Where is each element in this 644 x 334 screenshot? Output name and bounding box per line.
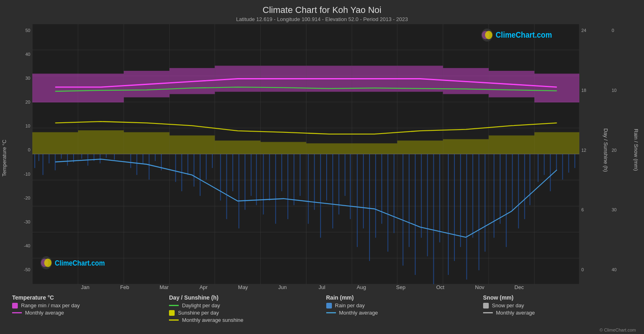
x-label-sep: Sep xyxy=(381,284,421,290)
svg-rect-101 xyxy=(524,154,525,219)
svg-rect-80 xyxy=(387,154,388,252)
svg-rect-114 xyxy=(215,140,260,154)
legend-temp-range: Range min / max per day xyxy=(12,302,161,308)
chart-header: Climate Chart for Koh Yao Noi Latitude 1… xyxy=(0,0,644,24)
svg-rect-105 xyxy=(550,154,551,191)
svg-rect-26 xyxy=(34,154,35,168)
svg-point-141 xyxy=(485,31,492,39)
svg-rect-48 xyxy=(188,154,188,175)
svg-rect-70 xyxy=(326,154,327,201)
svg-rect-103 xyxy=(538,154,538,182)
svg-rect-92 xyxy=(466,154,467,280)
svg-rect-69 xyxy=(320,154,321,238)
svg-rect-113 xyxy=(169,136,215,154)
rain-bar-swatch xyxy=(326,303,332,308)
daylight-label: Daylight per day xyxy=(182,302,220,308)
svg-rect-93 xyxy=(472,154,473,238)
svg-rect-85 xyxy=(421,154,422,238)
svg-rect-31 xyxy=(61,154,62,159)
sunshine-avg-label: Monthly average sunshine xyxy=(182,317,243,323)
svg-rect-98 xyxy=(506,154,507,247)
svg-rect-106 xyxy=(556,154,557,170)
legend-sunshine: Day / Sunshine (h) Daylight per day Suns… xyxy=(169,294,318,324)
svg-rect-44 xyxy=(155,154,156,161)
chart-canvas: ClimeChart.com ClimeChart.com xyxy=(32,24,579,284)
svg-rect-54 xyxy=(226,154,227,219)
svg-rect-109 xyxy=(574,154,575,168)
svg-rect-73 xyxy=(344,154,345,196)
svg-rect-112 xyxy=(124,132,169,154)
rain-avg-label: Monthly average xyxy=(339,310,378,316)
svg-rect-115 xyxy=(260,142,306,154)
snow-avg-swatch xyxy=(483,312,493,313)
svg-rect-66 xyxy=(300,154,300,196)
legend: Temperature °C Range min / max per day M… xyxy=(0,290,644,327)
x-label-feb: Feb xyxy=(105,284,145,290)
svg-rect-38 xyxy=(106,154,107,158)
svg-rect-27 xyxy=(38,154,39,161)
svg-rect-120 xyxy=(489,136,534,154)
x-label-mar: Mar xyxy=(144,284,184,290)
y-axis-right2: 0 10 20 30 40 xyxy=(610,24,632,284)
legend-sunshine-avg: Monthly average sunshine xyxy=(169,317,318,323)
legend-temp-title: Temperature °C xyxy=(12,294,161,301)
svg-rect-62 xyxy=(275,154,276,224)
x-label-dec: Dec xyxy=(499,284,539,290)
legend-rain-title: Rain (mm) xyxy=(326,294,475,301)
svg-rect-90 xyxy=(454,154,455,261)
svg-rect-61 xyxy=(269,154,270,201)
svg-rect-107 xyxy=(562,154,563,180)
legend-snow-avg: Monthly average xyxy=(483,310,632,316)
y-axis-left-label: Temperature °C xyxy=(0,24,8,284)
snow-bar-label: Snow per day xyxy=(492,302,524,308)
svg-rect-111 xyxy=(78,130,124,154)
svg-rect-76 xyxy=(363,154,364,229)
chart-title: Climate Chart for Koh Yao Noi xyxy=(0,5,644,15)
svg-rect-95 xyxy=(485,154,486,252)
x-label-apr: Apr xyxy=(184,284,224,290)
x-label-oct: Oct xyxy=(420,284,460,290)
svg-rect-104 xyxy=(544,154,545,175)
legend-snow-title: Snow (mm) xyxy=(483,294,632,301)
page: Climate Chart for Koh Yao Noi Latitude 1… xyxy=(0,0,644,334)
svg-rect-89 xyxy=(448,154,449,275)
legend-temp: Temperature °C Range min / max per day M… xyxy=(12,294,161,324)
legend-snow-bar: Snow per day xyxy=(483,302,632,308)
temp-avg-label: Monthly average xyxy=(25,310,64,316)
svg-rect-118 xyxy=(397,140,443,154)
legend-rain: Rain (mm) Rain per day Monthly average xyxy=(326,294,475,324)
svg-rect-83 xyxy=(409,154,410,247)
legend-rain-bar: Rain per day xyxy=(326,302,475,308)
svg-rect-88 xyxy=(439,154,440,243)
svg-point-137 xyxy=(44,259,51,267)
svg-rect-116 xyxy=(306,143,352,154)
svg-rect-74 xyxy=(350,154,351,219)
svg-rect-86 xyxy=(427,154,428,257)
svg-rect-84 xyxy=(415,154,416,275)
svg-rect-72 xyxy=(338,154,339,215)
svg-rect-59 xyxy=(256,154,257,205)
svg-rect-108 xyxy=(568,154,569,173)
svg-rect-49 xyxy=(194,154,194,187)
svg-rect-67 xyxy=(308,154,309,224)
svg-rect-46 xyxy=(175,154,176,182)
svg-rect-82 xyxy=(403,154,403,266)
x-label-may: May xyxy=(223,284,263,290)
svg-rect-51 xyxy=(206,154,207,180)
svg-rect-65 xyxy=(293,154,294,205)
rain-avg-swatch xyxy=(326,312,336,313)
svg-rect-53 xyxy=(220,154,221,201)
svg-rect-52 xyxy=(212,154,213,168)
x-label-jun: Jun xyxy=(263,284,302,290)
svg-rect-91 xyxy=(460,154,461,247)
rain-bar-label: Rain per day xyxy=(335,302,365,308)
svg-rect-119 xyxy=(443,139,489,154)
svg-rect-102 xyxy=(530,154,530,205)
x-axis: Jan Feb Mar Apr May Jun Jul Aug Sep Oct … xyxy=(0,284,644,290)
svg-rect-50 xyxy=(200,154,201,196)
svg-rect-37 xyxy=(100,154,101,164)
legend-daylight: Daylight per day xyxy=(169,302,318,308)
svg-rect-94 xyxy=(479,154,479,270)
svg-rect-78 xyxy=(375,154,376,238)
svg-rect-133 xyxy=(534,74,579,102)
